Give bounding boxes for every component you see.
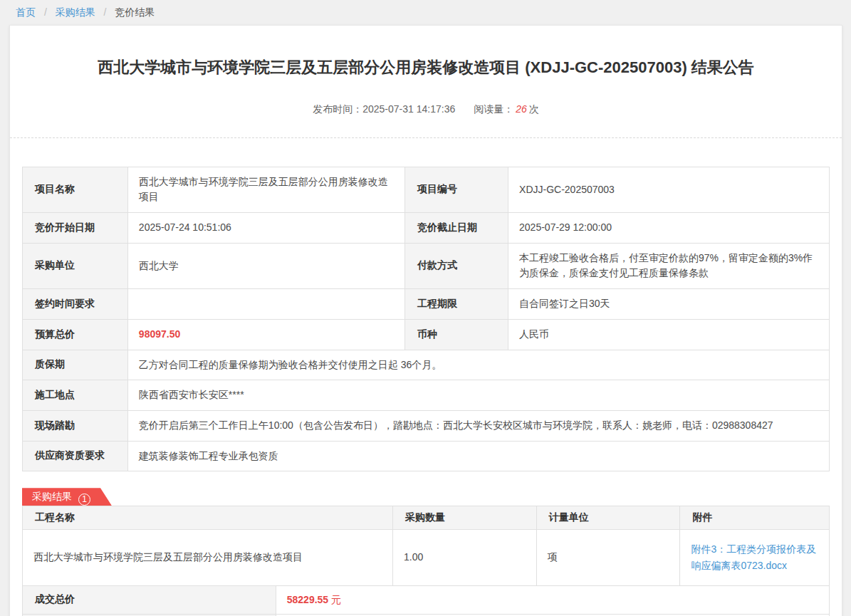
- project-name-value: 西北大学城市与环境学院三层及五层部分公用房装修改造项目: [127, 167, 404, 212]
- breadcrumb-separator: /: [44, 6, 47, 18]
- quantity-header: 采购数量: [393, 506, 537, 530]
- attachment-download-link[interactable]: 附件3：工程类分项报价表及响应偏离表0723.docx: [691, 543, 816, 571]
- deal-amount: 58229.55: [287, 594, 328, 605]
- quantity-cell: 1.00: [393, 530, 537, 585]
- project-code-label: 项目编号: [405, 167, 508, 212]
- table-row: 预算总价 98097.50 币种 人民币: [23, 319, 830, 350]
- table-row: 项目名称 西北大学城市与环境学院三层及五层部分公用房装修改造项目 项目编号 XD…: [23, 167, 830, 212]
- unit-header: 计量单位: [536, 506, 680, 530]
- publish-meta: 发布时间：2025-07-31 14:17:36阅读量：26次: [22, 103, 830, 116]
- supplier-qualification-label: 供应商资质要求: [23, 441, 128, 471]
- table-row: 竞价开始日期 2025-07-24 10:51:06 竞价截止日期 2025-0…: [23, 213, 830, 244]
- table-row: 现场踏勘 竞价开启后第三个工作日上午10:00（包含公告发布日），踏勘地点：西北…: [23, 410, 830, 441]
- unit-cell: 项: [536, 530, 680, 585]
- result-summary-table: 成交总价 58229.55 元 成交供应商 西安喜登门装饰工程有限公司: [22, 585, 830, 616]
- table-row: 采购单位 西北大学 付款方式 本工程竣工验收合格后，付至审定价款的97%，留审定…: [23, 243, 830, 288]
- budget-total-label: 预算总价: [23, 319, 128, 350]
- deal-amount-unit: 元: [331, 594, 341, 605]
- work-name-cell: 西北大学城市与环境学院三层及五层部分公用房装修改造项目: [23, 530, 393, 585]
- breadcrumb-current-page: 竞价结果: [115, 6, 155, 18]
- budget-total-value: 98097.50: [127, 319, 404, 350]
- purchaser-label: 采购单位: [23, 243, 128, 288]
- breadcrumb-procurement-results-link[interactable]: 采购结果: [56, 6, 95, 18]
- breadcrumb-home-link[interactable]: 首页: [16, 6, 36, 18]
- warranty-label: 质保期: [23, 350, 128, 380]
- project-code-value: XDJJ-GC-202507003: [508, 167, 830, 212]
- procurement-result-table: 工程名称 采购数量 计量单位 附件 西北大学城市与环境学院三层及五层部分公用房装…: [22, 506, 830, 585]
- currency-label: 币种: [405, 319, 508, 350]
- announcement-card: 西北大学城市与环境学院三层及五层部分公用房装修改造项目 (XDJJ-GC-202…: [9, 25, 842, 616]
- result-count-badge: 1: [78, 494, 90, 506]
- dashed-divider: [10, 137, 842, 138]
- project-duration-label: 工程期限: [405, 289, 508, 320]
- views-label: 阅读量：: [474, 103, 513, 115]
- construction-site-label: 施工地点: [23, 380, 128, 411]
- work-name-header: 工程名称: [23, 506, 393, 530]
- deal-total-price-label: 成交总价: [23, 585, 276, 615]
- publish-time-label: 发布时间：: [313, 103, 362, 115]
- signing-time-label: 签约时间要求: [23, 289, 128, 320]
- project-duration-value: 自合同签订之日30天: [508, 289, 830, 320]
- attachment-cell: 附件3：工程类分项报价表及响应偏离表0723.docx: [680, 530, 830, 585]
- payment-method-value: 本工程竣工验收合格后，付至审定价款的97%，留审定金额的3%作为质保金，质保金支…: [508, 243, 830, 288]
- table-row: 成交总价 58229.55 元: [23, 585, 830, 615]
- warranty-value: 乙方对合同工程的质量保修期为验收合格并交付使用之日起 36个月。: [127, 350, 829, 380]
- site-visit-label: 现场踏勘: [23, 410, 128, 441]
- project-name-label: 项目名称: [23, 167, 128, 212]
- result-table-row: 西北大学城市与环境学院三层及五层部分公用房装修改造项目 1.00 项 附件3：工…: [23, 530, 830, 585]
- publish-time-value: 2025-07-31 14:17:36: [362, 103, 455, 115]
- construction-site-value: 陕西省西安市长安区****: [127, 380, 829, 411]
- table-row: 质保期 乙方对合同工程的质量保修期为验收合格并交付使用之日起 36个月。: [23, 350, 830, 380]
- signing-time-value: [127, 289, 404, 320]
- payment-method-label: 付款方式: [405, 243, 508, 288]
- procurement-result-tab: 采购结果1: [22, 488, 112, 506]
- table-row: 签约时间要求 工程期限 自合同签订之日30天: [23, 289, 830, 320]
- views-unit: 次: [529, 103, 539, 115]
- bid-start-value: 2025-07-24 10:51:06: [127, 213, 404, 244]
- table-row: 供应商资质要求 建筑装修装饰工程专业承包资质: [23, 441, 830, 471]
- deal-total-price-value: 58229.55 元: [276, 585, 829, 615]
- supplier-qualification-value: 建筑装修装饰工程专业承包资质: [127, 441, 829, 471]
- page-title: 西北大学城市与环境学院三层及五层部分公用房装修改造项目 (XDJJ-GC-202…: [65, 57, 787, 78]
- purchaser-value: 西北大学: [127, 243, 404, 288]
- project-info-table: 项目名称 西北大学城市与环境学院三层及五层部分公用房装修改造项目 项目编号 XD…: [22, 167, 830, 472]
- budget-amount: 98097.50: [139, 328, 180, 340]
- bid-end-value: 2025-07-29 12:00:00: [508, 213, 830, 244]
- bid-end-label: 竞价截止日期: [405, 213, 508, 244]
- procurement-result-tab-label: 采购结果: [32, 488, 72, 506]
- page: 首页 / 采购结果 / 竞价结果 西北大学城市与环境学院三层及五层部分公用房装修…: [0, 0, 851, 616]
- views-count: 26: [516, 103, 527, 115]
- bid-start-label: 竞价开始日期: [23, 213, 128, 244]
- table-row: 施工地点 陕西省西安市长安区****: [23, 380, 830, 411]
- attachment-header: 附件: [680, 506, 830, 530]
- result-table-header-row: 工程名称 采购数量 计量单位 附件: [23, 506, 830, 530]
- breadcrumb: 首页 / 采购结果 / 竞价结果: [0, 0, 851, 25]
- breadcrumb-separator: /: [104, 6, 107, 18]
- site-visit-value: 竞价开启后第三个工作日上午10:00（包含公告发布日），踏勘地点：西北大学长安校…: [127, 410, 829, 441]
- currency-value: 人民币: [508, 319, 830, 350]
